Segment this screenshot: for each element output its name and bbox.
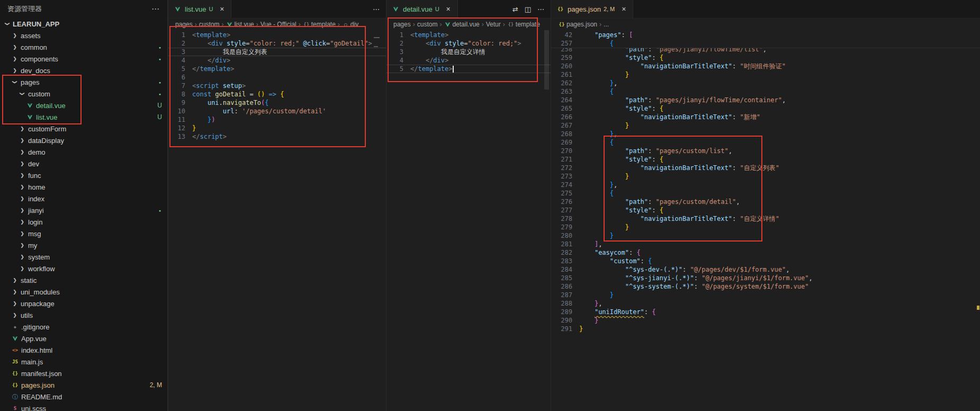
code-line: 260 "navigationBarTitleText": "时间组件验证" <box>551 62 980 70</box>
breadcrumb-item-list-vue[interactable]: list.vue <box>226 21 254 28</box>
more-actions-icon[interactable]: ⋯ <box>373 5 380 13</box>
tree-item-main-js[interactable]: JSmain.js <box>0 356 167 368</box>
code-line: 281 ], <box>551 240 980 248</box>
tree-item-gitignore[interactable]: ◆.gitignore <box>0 321 167 333</box>
explorer-more-actions-icon[interactable]: ⋯ <box>151 4 160 14</box>
tree-item-static[interactable]: ❯static <box>0 274 167 286</box>
tree-item-msg[interactable]: ❯msg <box>0 228 167 239</box>
tree-item-label: manifest.json <box>21 370 62 378</box>
tree-item-utils[interactable]: ❯utils <box>0 309 167 321</box>
breadcrumb-item-custom[interactable]: custom <box>417 21 438 28</box>
breadcrumb-item-vetur[interactable]: Vetur <box>486 21 501 28</box>
tree-item-common[interactable]: ❯common● <box>0 41 167 53</box>
tree-item-home[interactable]: ❯home <box>0 181 167 193</box>
vue-icon <box>25 103 34 109</box>
circle-icon: ◯ <box>342 22 349 27</box>
tree-item-custom[interactable]: ❯custom● <box>0 88 167 100</box>
tree-item-dev-docs[interactable]: ❯dev_docs <box>0 65 167 76</box>
git-icon: ◆ <box>11 325 20 329</box>
code-line: 288 }, <box>551 299 980 308</box>
tree-item-func[interactable]: ❯func <box>0 169 167 181</box>
tree-item-index[interactable]: ❯index <box>0 193 167 204</box>
code-line: 6 <box>168 73 386 82</box>
json-icon: {} <box>11 382 20 388</box>
tab-list-vue[interactable]: list.vueU× <box>168 0 231 18</box>
tree-item-label: index <box>28 195 44 203</box>
code-line: 9 uni.navigateTo({ <box>168 99 386 107</box>
breadcrumb-separator: › <box>221 21 223 28</box>
breadcrumb-item-template[interactable]: {}template <box>303 21 336 28</box>
chevron-right-icon: ❯ <box>11 56 19 61</box>
breadcrumb-item-[interactable]: ... <box>604 21 609 28</box>
tree-item-readme-md[interactable]: ⓘREADME.md <box>0 391 167 403</box>
code-line: 266 "navigationBarTitleText": "新增" <box>551 113 980 121</box>
code-area[interactable]: 42 "pages": [257 {258 "path": "pages/jia… <box>551 30 980 333</box>
tree-item-system[interactable]: ❯system <box>0 251 167 263</box>
tree-item-detail-vue[interactable]: detail.vueU <box>0 100 167 111</box>
chevron-down-icon: ❯ <box>5 20 10 28</box>
tree-item-unpackage[interactable]: ❯unpackage <box>0 298 167 309</box>
tree-item-label: login <box>28 218 42 226</box>
close-icon[interactable]: × <box>619 5 628 13</box>
tab-detail-vue[interactable]: detail.vueU× <box>386 0 458 18</box>
line-number: 287 <box>551 291 572 299</box>
tree-item-customform[interactable]: ❯customForm <box>0 123 167 135</box>
tree-item-jianyi[interactable]: ❯jianyi● <box>0 204 167 216</box>
code-line: 4 </div> <box>168 56 386 65</box>
tab-pages-json[interactable]: {}pages.json2, M× <box>551 0 633 18</box>
breadcrumb: pages›custom›detail.vue›Vetur›{}template <box>386 19 551 30</box>
code-line: 274 }, <box>551 181 980 189</box>
modified-dot-icon: ● <box>159 57 161 61</box>
tree-item-uni-scss[interactable]: Suni.scss <box>0 403 167 411</box>
close-icon[interactable]: × <box>218 5 226 13</box>
breadcrumb-item-detail-vue[interactable]: detail.vue <box>444 21 479 28</box>
code-line: 264 "path": "pages/jianyi/flowTime/conta… <box>551 96 980 104</box>
line-number: 1 <box>386 31 403 39</box>
breadcrumb-item-custom[interactable]: custom <box>199 21 220 28</box>
breadcrumb-item-pages[interactable]: pages <box>175 21 193 28</box>
code-area[interactable]: 1<template>2 <div style="color: red;">3 … <box>386 30 551 73</box>
chevron-right-icon: ❯ <box>18 126 26 131</box>
chevron-right-icon: ❯ <box>18 149 26 155</box>
close-icon[interactable]: × <box>444 5 453 13</box>
tree-item-workflow[interactable]: ❯workflow <box>0 263 167 274</box>
tree-item-datadisplay[interactable]: ❯dataDisplay <box>0 135 167 146</box>
tree-item-label: pages <box>21 78 39 86</box>
tree-item-label: detail.vue <box>36 102 66 110</box>
tree-item-list-vue[interactable]: list.vueU <box>0 111 167 123</box>
tree-root[interactable]: ❯LEARUN_APP <box>0 18 167 30</box>
code-line: 261 } <box>551 70 980 79</box>
scrollbar-slider[interactable] <box>544 30 549 90</box>
tree-item-dev[interactable]: ❯dev <box>0 158 167 169</box>
tree-item-uni-modules[interactable]: ❯uni_modules <box>0 286 167 298</box>
breadcrumb-item-pages-json[interactable]: {}pages.json <box>558 21 597 28</box>
tree-item-index-html[interactable]: <>index.html <box>0 344 167 356</box>
tree-item-label: workflow <box>28 265 55 273</box>
tree-item-app-vue[interactable]: App.vue <box>0 333 167 344</box>
braces-icon: {} <box>303 22 310 27</box>
chevron-down-icon: ❯ <box>12 78 17 86</box>
html-icon: <> <box>11 347 20 353</box>
tree-item-demo[interactable]: ❯demo <box>0 146 167 158</box>
vue-icon <box>11 336 20 342</box>
explorer-sidebar: 资源管理器 ⋯ ❯LEARUN_APP❯assets❯common●❯compo… <box>0 0 168 411</box>
editor-group-list-vue: list.vueU×⋯pages›custom›list.vue›Vue - O… <box>168 0 386 411</box>
tree-item-my[interactable]: ❯my <box>0 239 167 251</box>
code-area[interactable]: 1<template>2 <div style="color: red;" @c… <box>168 30 386 141</box>
breadcrumb-item-vue-official[interactable]: Vue - Official <box>260 21 296 28</box>
tree-item-label: list.vue <box>36 113 57 121</box>
tree-item-label: README.md <box>21 393 62 401</box>
tree-item-login[interactable]: ❯login <box>0 216 167 228</box>
breadcrumb-item-template[interactable]: {}template <box>507 21 540 28</box>
tree-item-pages[interactable]: ❯pages● <box>0 76 167 88</box>
breadcrumb-item-div[interactable]: ◯div <box>342 21 358 28</box>
tree-item-components[interactable]: ❯components● <box>0 53 167 65</box>
split-editor-icon[interactable]: ◫ <box>525 5 531 13</box>
tree-item-assets[interactable]: ❯assets <box>0 30 167 41</box>
more-actions-icon[interactable]: ⋯ <box>537 5 544 13</box>
breadcrumb-item-pages[interactable]: pages <box>393 21 411 28</box>
tab-strip <box>458 0 506 18</box>
tree-item-pages-json[interactable]: {}pages.json2, M <box>0 379 167 391</box>
compare-icon[interactable]: ⇄ <box>513 5 518 13</box>
tree-item-manifest-json[interactable]: {}manifest.json <box>0 368 167 379</box>
